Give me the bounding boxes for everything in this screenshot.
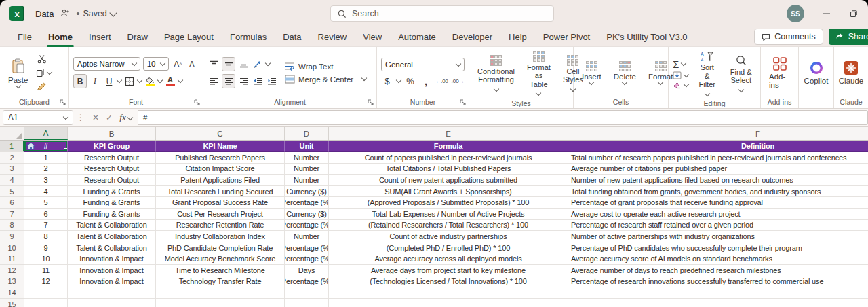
cell-a5[interactable]: 4 xyxy=(24,186,68,198)
row-header-8[interactable]: 8 xyxy=(0,220,24,232)
bold-button[interactable]: B xyxy=(73,74,87,88)
row-header-12[interactable]: 12 xyxy=(0,265,24,276)
comments-button[interactable]: Comments xyxy=(754,29,823,45)
col-header-f[interactable]: F xyxy=(568,127,868,140)
cut-button[interactable] xyxy=(36,53,47,65)
cell-b5[interactable]: Funding & Grants xyxy=(68,186,156,198)
chevron-down-icon[interactable] xyxy=(117,77,122,83)
cell-d4[interactable]: Number xyxy=(285,175,329,186)
format-as-table-button[interactable]: Format asTable xyxy=(523,50,555,98)
cell-d12[interactable]: Days xyxy=(285,265,329,276)
cell-d15[interactable] xyxy=(285,299,329,307)
cell-f6[interactable]: Percentage of grant proposals that recei… xyxy=(568,197,868,209)
cell-b11[interactable]: Innovation & Impact xyxy=(68,253,156,265)
cell-a3[interactable]: 2 xyxy=(24,164,68,175)
cell-f5[interactable]: Total funding obtained from grants, gove… xyxy=(568,186,868,198)
row-header-3[interactable]: 3 xyxy=(0,164,24,175)
cell-a1[interactable]: # xyxy=(24,141,68,152)
tab-automate[interactable]: Automate xyxy=(390,29,444,45)
row-header-5[interactable]: 5 xyxy=(0,186,24,198)
cell-e2[interactable]: Count of papers published in peer-review… xyxy=(329,152,568,164)
wrap-text-button[interactable]: Wrap Text xyxy=(285,62,333,71)
tab-view[interactable]: View xyxy=(355,29,390,45)
conditional-formatting-button[interactable]: ConditionalFormatting xyxy=(473,54,519,94)
orientation-button[interactable] xyxy=(252,58,264,71)
cell-c1[interactable]: KPI Name xyxy=(156,141,285,152)
align-right-button[interactable] xyxy=(237,75,250,88)
decrease-decimal-button[interactable]: .00→ xyxy=(452,75,465,88)
decrease-font-size-button[interactable]: Aˬ xyxy=(186,58,199,71)
tab-page-layout[interactable]: Page Layout xyxy=(156,29,222,45)
cell-c2[interactable]: Published Research Papers xyxy=(156,152,285,164)
delete-cells-button[interactable]: Delete xyxy=(610,60,640,86)
clear-button[interactable] xyxy=(673,82,688,89)
cell-d1[interactable]: Unit xyxy=(285,141,329,152)
search-input[interactable]: Search xyxy=(330,5,554,22)
currency-format-button[interactable]: $ xyxy=(381,75,393,88)
alignment-dialog-launcher-icon[interactable] xyxy=(368,99,374,105)
cell-c12[interactable]: Time to Research Milestone xyxy=(156,265,285,276)
cancel-entry-button[interactable]: ✕ xyxy=(89,113,102,122)
row-header-15[interactable]: 15 xyxy=(0,299,24,307)
clipboard-dialog-launcher-icon[interactable] xyxy=(60,99,66,105)
account-avatar[interactable]: SS xyxy=(787,5,804,22)
claude-button[interactable]: Claude xyxy=(835,59,867,86)
cell-f9[interactable]: Number of active partnerships with indus… xyxy=(568,231,868,242)
sort-filter-button[interactable]: AZ Sort &Filter xyxy=(694,50,720,99)
cell-c7[interactable]: Cost Per Research Project xyxy=(156,209,285,220)
name-box-resize-handle[interactable]: ⋮ xyxy=(77,113,85,122)
cell-e13[interactable]: (Technologies Licensed / Total Innovatio… xyxy=(329,276,568,288)
row-header-14[interactable]: 14 xyxy=(0,287,24,299)
cell-b2[interactable]: Research Output xyxy=(68,152,156,164)
cell-f8[interactable]: Percentage of research staff retained ov… xyxy=(568,220,868,232)
cell-e12[interactable]: Average days from project start to key m… xyxy=(329,265,568,276)
cell-e9[interactable]: Count of active industry partnerships xyxy=(329,231,568,242)
cell-e7[interactable]: Total Lab Expenses / Number of Active Pr… xyxy=(329,209,568,220)
chevron-down-icon[interactable] xyxy=(157,77,163,83)
tab-insert[interactable]: Insert xyxy=(81,29,119,45)
insert-cells-button[interactable]: Insert xyxy=(578,60,606,86)
cell-b6[interactable]: Funding & Grants xyxy=(68,197,156,209)
row-header-1[interactable]: 1 xyxy=(0,141,24,152)
cell-a10[interactable]: 9 xyxy=(24,242,68,254)
cell-c13[interactable]: Technology Transfer Rate xyxy=(156,276,285,288)
cell-e10[interactable]: (Completed PhD / Enrolled PhD) * 100 xyxy=(329,242,568,254)
select-all-corner[interactable] xyxy=(0,127,24,140)
fill-button[interactable] xyxy=(673,71,688,79)
merge-center-button[interactable]: Merge & Center xyxy=(285,75,366,84)
row-header-2[interactable]: 2 xyxy=(0,152,24,164)
col-header-c[interactable]: C xyxy=(156,127,285,140)
cell-f1[interactable]: Definition xyxy=(568,141,868,152)
cell-d7[interactable]: Currency ($) xyxy=(285,209,329,220)
cell-a15[interactable] xyxy=(24,299,68,307)
number-format-select[interactable]: General xyxy=(381,58,465,71)
cell-e15[interactable] xyxy=(329,299,568,307)
copy-button[interactable] xyxy=(36,68,52,77)
row-header-11[interactable]: 11 xyxy=(0,253,24,265)
align-middle-button[interactable] xyxy=(222,57,235,71)
minimize-button[interactable] xyxy=(822,9,831,18)
cell-d9[interactable]: Number xyxy=(285,231,329,242)
restore-window-button[interactable] xyxy=(849,9,859,18)
increase-font-size-button[interactable]: A^ xyxy=(172,58,184,71)
cell-b9[interactable]: Talent & Collaboration xyxy=(68,231,156,242)
align-bottom-button[interactable] xyxy=(237,58,250,71)
cell-b3[interactable]: Research Output xyxy=(68,164,156,175)
cell-a6[interactable]: 5 xyxy=(24,197,68,209)
increase-indent-button[interactable] xyxy=(266,75,278,88)
cell-f2[interactable]: Total number of research papers publishe… xyxy=(568,152,868,164)
cell-c5[interactable]: Total Research Funding Secured xyxy=(156,186,285,198)
borders-button[interactable] xyxy=(123,75,136,88)
cell-a11[interactable]: 10 xyxy=(24,253,68,265)
fill-color-button[interactable] xyxy=(144,75,156,88)
cell-b8[interactable]: Talent & Collaboration xyxy=(68,220,156,232)
number-dialog-launcher-icon[interactable] xyxy=(460,99,466,105)
underline-button[interactable]: U xyxy=(103,75,115,88)
cell-c8[interactable]: Researcher Retention Rate xyxy=(156,220,285,232)
row-header-7[interactable]: 7 xyxy=(0,209,24,220)
font-color-button[interactable]: A xyxy=(164,75,176,88)
name-box[interactable]: A1 xyxy=(3,110,73,125)
shared-people-icon[interactable] xyxy=(60,7,71,20)
excel-app-icon[interactable]: x xyxy=(9,6,24,21)
col-header-b[interactable]: B xyxy=(68,127,156,140)
